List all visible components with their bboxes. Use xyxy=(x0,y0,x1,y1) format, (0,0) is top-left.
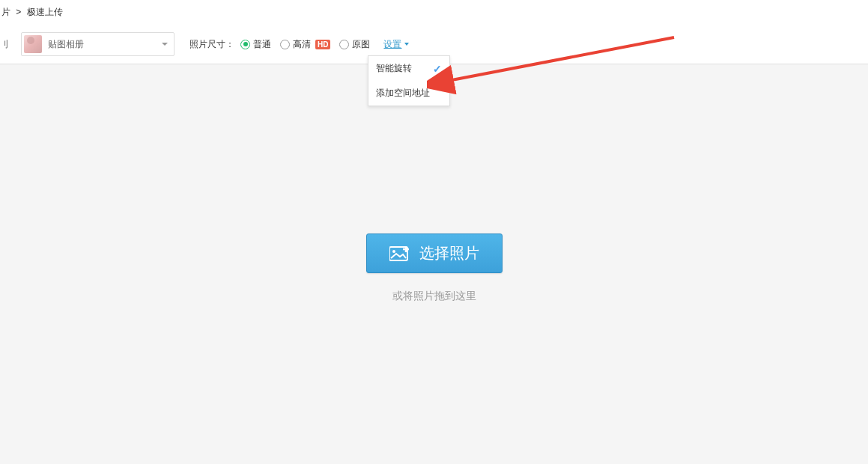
toolbar: 刂 贴图相册 照片尺寸： 普通 高清 HD 原图 设置 智能旋转 ✓ 添加空间地… xyxy=(0,25,868,64)
radio-hd[interactable]: 高清 HD xyxy=(280,38,330,51)
album-name: 贴图相册 xyxy=(48,38,162,51)
breadcrumb-separator: > xyxy=(16,7,21,17)
drag-hint-text: 或将照片拖到这里 xyxy=(392,290,476,303)
photo-size-label: 照片尺寸： xyxy=(189,38,234,51)
radio-normal-label: 普通 xyxy=(253,38,271,51)
breadcrumb: 片 > 极速上传 xyxy=(0,0,868,25)
dropdown-item-label: 智能旋转 xyxy=(376,62,412,75)
check-icon: ✓ xyxy=(433,63,442,75)
radio-icon xyxy=(339,40,349,49)
radio-original-label: 原图 xyxy=(352,38,370,51)
chevron-down-icon xyxy=(404,43,409,46)
settings-dropdown-menu: 智能旋转 ✓ 添加空间地址 xyxy=(368,55,450,106)
dropdown-item-add-space-url[interactable]: 添加空间地址 xyxy=(368,81,449,106)
radio-normal[interactable]: 普通 xyxy=(240,38,271,51)
breadcrumb-last: 极速上传 xyxy=(27,7,63,17)
settings-label: 设置 xyxy=(383,38,401,51)
toolbar-left-text: 刂 xyxy=(0,38,13,51)
chevron-down-icon xyxy=(162,43,168,46)
breadcrumb-first: 片 xyxy=(1,7,10,17)
hd-badge: HD xyxy=(315,40,330,49)
select-photo-button[interactable]: 选择照片 xyxy=(366,233,503,273)
photo-plus-icon xyxy=(389,245,410,262)
upload-area[interactable]: 选择照片 或将照片拖到这里 xyxy=(0,64,868,464)
dropdown-item-smart-rotate[interactable]: 智能旋转 ✓ xyxy=(368,56,449,81)
select-photo-label: 选择照片 xyxy=(419,243,479,263)
album-thumbnail xyxy=(24,35,42,53)
svg-point-1 xyxy=(392,250,395,253)
radio-icon xyxy=(280,40,290,49)
radio-original[interactable]: 原图 xyxy=(339,38,370,51)
size-radio-group: 普通 高清 HD 原图 xyxy=(240,38,370,51)
settings-dropdown-toggle[interactable]: 设置 xyxy=(383,38,409,51)
dropdown-item-label: 添加空间地址 xyxy=(376,87,430,100)
radio-hd-label: 高清 xyxy=(293,38,311,51)
album-select[interactable]: 贴图相册 xyxy=(21,32,174,56)
radio-icon xyxy=(240,40,250,49)
